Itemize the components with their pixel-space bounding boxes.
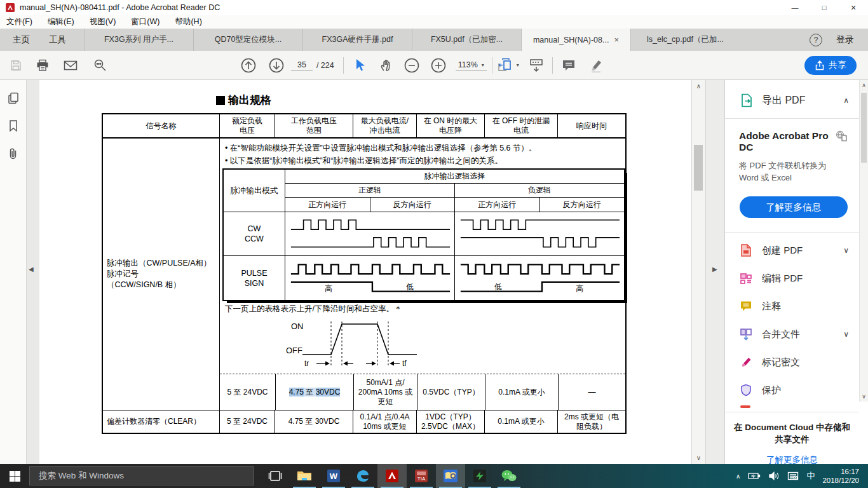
combine-files-icon — [739, 327, 753, 341]
menu-bar: 文件(F) 编辑(E) 视图(V) 窗口(W) 帮助(H) — [0, 15, 868, 29]
svg-text:ON: ON — [291, 322, 304, 331]
bookmarks-icon[interactable] — [8, 119, 19, 132]
doc-tab-2[interactable]: QD70型定位模块... — [193, 29, 302, 51]
scroll-up-icon[interactable]: ∧ — [692, 83, 705, 90]
volume-icon[interactable] — [768, 471, 780, 480]
acrobat-reader-button[interactable] — [377, 464, 407, 488]
reading-mode-icon[interactable] — [526, 55, 547, 76]
zoom-level-dropdown[interactable]: 113% ▾ — [456, 59, 487, 71]
redact-icon — [739, 355, 753, 369]
spec-table-header: 信号名称 额定负载电压 工作负载电压范围 最大负载电流/冲击电流 在 ON 时的… — [103, 114, 625, 139]
attachments-icon[interactable] — [8, 147, 19, 160]
sync-center-icon[interactable] — [787, 471, 799, 480]
wechat-icon — [501, 469, 517, 483]
tab-home[interactable]: 主页 — [13, 34, 30, 46]
export-pdf-item[interactable]: 导出 PDF ∧ — [725, 80, 859, 118]
menu-edit[interactable]: 编辑(E) — [48, 17, 74, 27]
doc-tab-3[interactable]: FX3GA硬件手册.pdf — [302, 29, 412, 51]
menu-view[interactable]: 视图(V) — [90, 17, 116, 27]
task-view-button[interactable] — [261, 464, 290, 488]
select-tool-icon[interactable] — [349, 55, 370, 76]
share-button[interactable]: 共享 — [804, 56, 857, 75]
close-button[interactable]: × — [839, 0, 868, 15]
gx-works-button[interactable] — [465, 464, 494, 488]
tab-bar: 主页 工具 FX3G系列 用户手... QD70型定位模块... FX3GA硬件… — [0, 29, 868, 51]
panel-scrollbar[interactable]: ∧ ∨ — [859, 80, 868, 402]
page-number-input[interactable]: 35 — [291, 59, 313, 71]
table-row: 脉冲输出（CW/PULSE/A相） 脉冲记号 （CCW/SIGN/B 相） • … — [103, 139, 625, 410]
save-icon[interactable] — [5, 55, 27, 76]
taskbar: 搜索 Web 和 Windows W TIA — [0, 464, 868, 488]
rise-fall-note: 下一页上的表格表示上升/下降沿时间和占空率。＊ — [225, 304, 402, 315]
maximize-button[interactable]: □ — [810, 0, 839, 15]
panel-collapse-strip[interactable]: ▶ — [705, 80, 724, 464]
scroll-up-icon[interactable]: ∧ — [860, 82, 868, 88]
book-viewer-icon — [443, 469, 458, 483]
create-pdf-item[interactable]: 创建 PDF ∨ — [725, 236, 859, 264]
learn-more-button[interactable]: 了解更多信息 — [740, 196, 848, 218]
clock[interactable]: 16:17 2018/12/20 — [822, 467, 862, 485]
protect-item[interactable]: 保护 — [725, 376, 859, 404]
collapse-right-icon[interactable]: ▶ — [712, 266, 717, 273]
value-cell: 2ms 或更短（电阻负载） — [557, 410, 625, 433]
sign-in-button[interactable]: 登录 — [836, 34, 854, 46]
menu-file[interactable]: 文件(F) — [6, 17, 32, 27]
battery-icon[interactable] — [748, 472, 761, 480]
minimize-button[interactable]: — — [780, 0, 810, 15]
highlighted-text: 4.75 — [289, 388, 304, 396]
page-thumbnails-icon[interactable] — [7, 92, 20, 104]
comment-icon[interactable] — [558, 55, 580, 76]
signal-name-cell: 偏差计数器清零（CLEAR） — [103, 410, 219, 433]
doc-tab-4[interactable]: FX5U.pdf（已加密... — [412, 29, 521, 51]
doc-tab-active[interactable]: manual_SH(NA)-08... × — [521, 29, 630, 51]
collapse-left-icon[interactable]: ◀ — [29, 266, 34, 273]
scrollbar-thumb[interactable] — [861, 93, 867, 163]
page-fit-icon[interactable]: ▾ — [498, 55, 519, 76]
manual-viewer-button[interactable] — [436, 464, 465, 488]
doc-tab-1[interactable]: FX3G系列 用户手... — [84, 29, 193, 51]
table-row: 偏差计数器清零（CLEAR） 5 至 24VDC 4.75 至 30VDC 0.… — [103, 410, 625, 433]
scrollbar-thumb[interactable] — [694, 145, 703, 191]
zoom-out-icon[interactable] — [401, 55, 423, 76]
help-icon[interactable]: ? — [810, 34, 822, 46]
redact-item[interactable]: 标记密文 — [725, 348, 859, 376]
scroll-down-icon[interactable]: ∨ — [860, 393, 868, 400]
doc-tab-6[interactable]: ls_elc_cp.pdf（已加... — [630, 29, 740, 51]
tab-tools[interactable]: 工具 — [49, 34, 66, 46]
taskbar-search-input[interactable]: 搜索 Web 和 Windows — [29, 466, 254, 485]
scroll-down-icon[interactable]: ∨ — [692, 454, 705, 461]
file-explorer-button[interactable] — [290, 464, 319, 488]
menu-window[interactable]: 窗口(W) — [131, 17, 159, 27]
logic-select-header: 脉冲输出逻辑选择 — [285, 170, 624, 184]
tia-portal-button[interactable]: TIA — [407, 464, 436, 488]
tab-close-icon[interactable]: × — [614, 35, 619, 44]
previous-page-icon[interactable] — [238, 55, 259, 76]
dir-header: 正方向运行 — [454, 198, 539, 212]
zoom-in-icon[interactable] — [428, 55, 449, 76]
svg-text:tf: tf — [402, 359, 407, 368]
comment-item[interactable]: 注释 — [725, 292, 859, 320]
hand-tool-icon[interactable] — [376, 55, 397, 76]
tray-chevron-icon[interactable]: ∧ — [736, 473, 740, 480]
waveform-pulse-negative: 低 高 — [454, 256, 624, 300]
email-icon[interactable] — [60, 55, 81, 76]
svg-text:tr: tr — [304, 359, 309, 368]
next-page-icon[interactable] — [266, 55, 287, 76]
highlighter-icon[interactable] — [586, 55, 607, 76]
combine-files-item[interactable]: 合并文件 ∨ — [725, 320, 859, 348]
partially-visible-tool-icon[interactable] — [740, 405, 750, 408]
print-icon[interactable] — [32, 55, 53, 76]
ime-indicator[interactable]: 中 — [806, 470, 815, 482]
edit-pdf-item[interactable]: 编辑 PDF — [725, 264, 859, 292]
header-rated-voltage: 额定负载电压 — [219, 114, 275, 137]
search-icon[interactable] — [89, 55, 111, 76]
edge-button[interactable] — [348, 464, 377, 488]
word-button[interactable]: W — [319, 464, 348, 488]
document-scrollbar[interactable]: ∧ ∨ — [691, 80, 705, 464]
toolbar-divider — [343, 57, 344, 74]
start-button[interactable] — [0, 464, 29, 488]
pulse-sign-label: PULSESIGN — [224, 256, 285, 300]
menu-help[interactable]: 帮助(H) — [175, 17, 201, 27]
wechat-button[interactable] — [494, 464, 524, 488]
value-cell: — — [558, 374, 625, 410]
